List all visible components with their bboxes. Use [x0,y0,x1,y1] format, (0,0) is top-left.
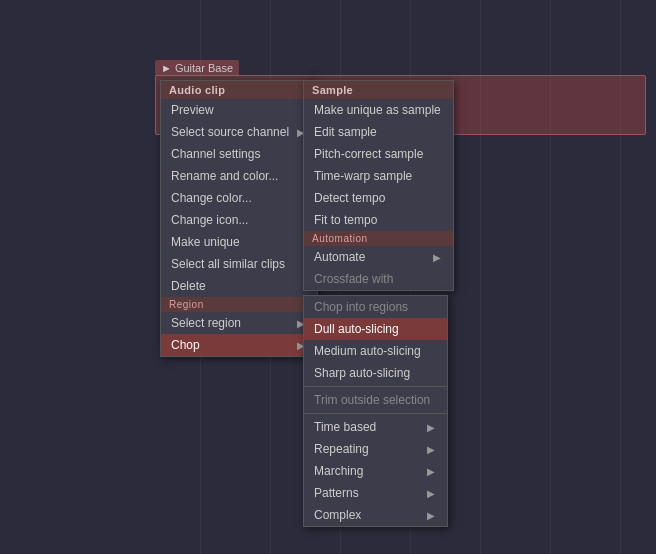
menu-item-pitch-correct[interactable]: Pitch-correct sample [304,143,453,165]
arrow-right-icon: ▶ [427,488,435,499]
menu-item-automate[interactable]: Automate ▶ [304,246,453,268]
sample-menu-header: Sample [304,81,453,99]
arrow-right-icon: ▶ [427,422,435,433]
menu-item-time-based[interactable]: Time based ▶ [304,416,447,438]
menu-item-fit-to-tempo[interactable]: Fit to tempo [304,209,453,231]
automation-section-header: Automation [304,231,453,246]
menu-item-dull-auto-slicing[interactable]: Dull auto-slicing [304,318,447,340]
menu-item-time-warp[interactable]: Time-warp sample [304,165,453,187]
menu-item-medium-auto-slicing[interactable]: Medium auto-slicing [304,340,447,362]
audioclip-context-menu: Audio clip Preview Select source channel… [160,80,318,357]
menu-item-sharp-auto-slicing[interactable]: Sharp auto-slicing [304,362,447,384]
menu-divider [304,386,447,387]
menu-item-chop-into-regions: Chop into regions [304,296,447,318]
audioclip-menu-header: Audio clip [161,81,317,99]
menu-divider [304,413,447,414]
menu-item-select-all-similar[interactable]: Select all similar clips [161,253,317,275]
chop-submenu: Chop into regions Dull auto-slicing Medi… [303,295,448,527]
menu-item-delete[interactable]: Delete [161,275,317,297]
track-clip-label: ► Guitar Base [155,60,239,76]
menu-item-complex[interactable]: Complex ▶ [304,504,447,526]
arrow-right-icon: ▶ [433,252,441,263]
menu-item-select-region[interactable]: Select region ▶ [161,312,317,334]
arrow-right-icon: ▶ [427,466,435,477]
region-section-header: Region [161,297,317,312]
menu-item-edit-sample[interactable]: Edit sample [304,121,453,143]
menu-item-chop[interactable]: Chop ▶ [161,334,317,356]
menu-item-detect-tempo[interactable]: Detect tempo [304,187,453,209]
sample-context-menu: Sample Make unique as sample Edit sample… [303,80,454,291]
menu-item-repeating[interactable]: Repeating ▶ [304,438,447,460]
menu-item-crossfade: Crossfade with [304,268,453,290]
menu-item-rename-color[interactable]: Rename and color... [161,165,317,187]
arrow-right-icon: ▶ [427,510,435,521]
menu-item-change-icon[interactable]: Change icon... [161,209,317,231]
menu-item-change-color[interactable]: Change color... [161,187,317,209]
arrow-right-icon: ▶ [427,444,435,455]
menu-item-trim-outside: Trim outside selection [304,389,447,411]
menu-item-make-unique-sample[interactable]: Make unique as sample [304,99,453,121]
menu-item-select-source-channel[interactable]: Select source channel ▶ [161,121,317,143]
menu-item-patterns[interactable]: Patterns ▶ [304,482,447,504]
menu-item-channel-settings[interactable]: Channel settings [161,143,317,165]
menu-item-preview[interactable]: Preview [161,99,317,121]
menu-item-make-unique[interactable]: Make unique [161,231,317,253]
menu-item-marching[interactable]: Marching ▶ [304,460,447,482]
